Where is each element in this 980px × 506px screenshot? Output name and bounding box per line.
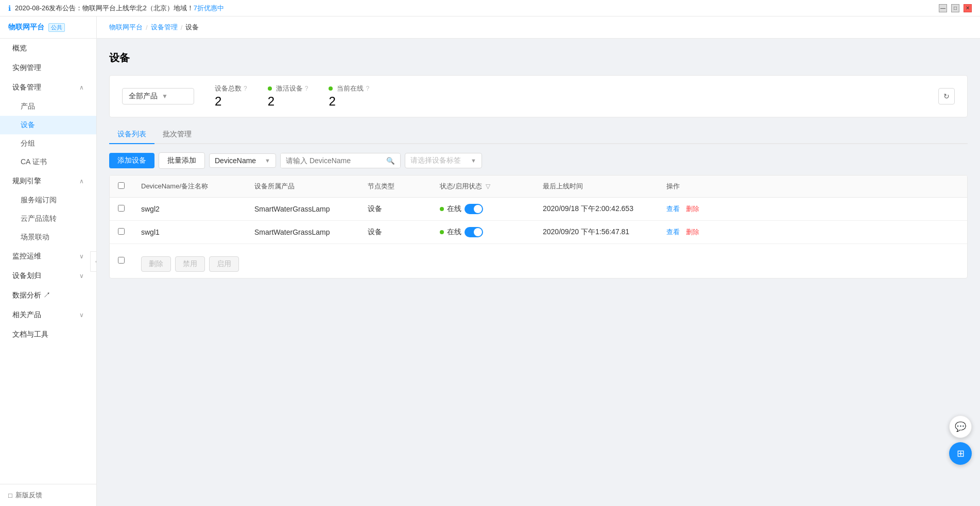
refresh-button[interactable]: ↻ [938,88,955,104]
search-input[interactable] [281,153,381,168]
breadcrumb-device-mgmt[interactable]: 设备管理 [151,23,178,32]
breadcrumb-sep-1: / [146,24,148,31]
sidebar-item-overview[interactable]: 概览 [0,39,96,58]
breadcrumb: 物联网平台 / 设备管理 / 设备 [97,16,980,39]
tab-device-list[interactable]: 设备列表 [109,126,154,144]
sidebar-item-rules[interactable]: 规则引擎 ∧ [0,171,96,191]
sidebar-item-monitor-label: 监控运维 [12,252,41,261]
announcement-text: 2020-08-26发布公告：物联网平台上线华北2（北京）地域！ [15,4,194,13]
tag-select-chevron-icon: ▼ [471,158,476,164]
tag-select-placeholder: 请选择设备标签 [410,156,461,165]
app-float-button[interactable]: ⊞ [949,442,972,465]
sidebar-item-docs[interactable]: 文档与工具 [0,325,96,344]
sidebar-item-rules-label: 规则引擎 [12,177,41,186]
sidebar-item-scene[interactable]: 场景联动 [0,228,96,247]
view-link-swgl2[interactable]: 查看 [666,205,680,213]
field-select[interactable]: DeviceName ▼ [209,153,276,168]
sidebar-item-device-mgmt[interactable]: 设备管理 ∧ [0,78,96,97]
feedback-icon: □ [8,492,12,499]
stat-total-value: 2 [215,94,247,109]
product-swgl2: SmartWaterGrassLamp [254,205,330,213]
col-header-device-name: DeviceName/备注名称 [141,182,208,190]
app-icon: ⊞ [957,448,965,459]
field-select-value: DeviceName [215,156,256,165]
sidebar-item-instance[interactable]: 实例管理 [0,58,96,78]
sidebar-item-related[interactable]: 相关产品 ∨ [0,305,96,325]
stats-row: 全部产品 ▼ 设备总数 ? 2 激活设备 ? [109,75,968,117]
feedback-label: 新版反馈 [15,491,42,500]
sidebar-item-scene-label: 场景联动 [21,233,49,241]
sidebar-item-device[interactable]: 设备 [0,116,96,134]
batch-add-button[interactable]: 批量添加 [159,152,205,169]
stat-online-label: 当前在线 [337,84,364,93]
close-button[interactable]: ✕ [964,4,972,12]
chat-float-button[interactable]: 💬 [949,415,972,438]
sidebar-item-data-analysis[interactable]: 数据分析 ↗ [0,286,96,305]
bottom-checkbox[interactable] [118,257,125,264]
info-icon: ℹ [8,4,11,12]
enable-batch-button: 启用 [209,256,239,272]
sidebar-item-product[interactable]: 产品 [0,97,96,116]
sidebar-item-cloud-flow-label: 云产品流转 [21,214,57,222]
tag-select[interactable]: 请选择设备标签 ▼ [405,153,482,168]
sidebar-item-data-analysis-label: 数据分析 ↗ [12,291,50,300]
sidebar-footer[interactable]: □ 新版反馈 [0,484,96,506]
sidebar-collapse-button[interactable]: ‹ [90,251,97,272]
tab-batch-mgmt[interactable]: 批次管理 [154,126,200,144]
sidebar-item-overview-label: 概览 [12,44,27,53]
stat-total-help-icon[interactable]: ? [244,85,247,92]
row-checkbox-swgl1[interactable] [118,228,125,235]
device-table: DeviceName/备注名称 设备所属产品 节点类型 状态/启用状态 ▽ [109,175,968,278]
stat-active-help-icon[interactable]: ? [305,85,308,92]
sidebar-item-group-label: 分组 [21,139,35,147]
page-title: 设备 [109,51,968,65]
announcement-link[interactable]: 7折优惠中 [194,4,224,13]
product-select-value: 全部产品 [129,92,158,101]
product-select[interactable]: 全部产品 ▼ [122,88,194,104]
stat-active-value: 2 [268,94,308,109]
status-swgl2: 在线 [440,204,526,214]
status-filter-icon[interactable]: ▽ [486,183,490,190]
last-online-swgl1: 2020/09/20 下午1:56:47.81 [543,228,629,236]
select-all-checkbox[interactable] [118,182,125,189]
col-header-time: 最后上线时间 [543,182,583,190]
sidebar-item-ca-cert[interactable]: CA 证书 [0,153,96,171]
search-button[interactable]: 🔍 [381,154,400,168]
sidebar-menu: 概览 实例管理 设备管理 ∧ 产品 设备 分组 CA 证书 规则引擎 [0,39,96,484]
window-controls: — □ ✕ [939,4,972,12]
chevron-up-icon: ∧ [79,84,84,91]
field-select-chevron-icon: ▼ [265,158,270,164]
chevron-down-icon-monitor: ∨ [79,253,84,260]
sidebar-item-service-sub-label: 服务端订阅 [21,196,57,204]
stat-online-help-icon[interactable]: ? [366,85,369,92]
sidebar-item-service-sub[interactable]: 服务端订阅 [0,191,96,210]
toggle-swgl2[interactable] [465,204,483,214]
sidebar-item-device-mgmt-label: 设备管理 [12,83,41,92]
sidebar-header: 物联网平台 公共 [0,16,96,39]
minimize-button[interactable]: — [939,4,947,12]
maximize-button[interactable]: □ [951,4,959,12]
view-link-swgl1[interactable]: 查看 [666,228,680,236]
disable-batch-button: 禁用 [175,256,205,272]
sidebar-item-monitor[interactable]: 监控运维 ∨ [0,247,96,266]
sidebar-logo: 物联网平台 [8,23,44,32]
delete-link-swgl2[interactable]: 删除 [686,205,699,213]
breadcrumb-current: 设备 [185,23,199,32]
status-dot-icon-swgl1 [440,230,444,234]
breadcrumb-sep-2: / [181,24,183,31]
table-header-row: DeviceName/备注名称 设备所属产品 节点类型 状态/启用状态 ▽ [110,176,967,198]
delete-link-swgl1[interactable]: 删除 [686,228,699,236]
breadcrumb-iot[interactable]: 物联网平台 [109,23,143,32]
sidebar-item-instance-label: 实例管理 [12,63,41,73]
toggle-swgl1[interactable] [465,227,483,237]
sidebar-item-group[interactable]: 分组 [0,134,96,153]
stat-online: 当前在线 ? 2 [329,84,369,109]
sidebar-item-cloud-flow[interactable]: 云产品流转 [0,210,96,228]
status-text-swgl1: 在线 [447,228,461,237]
search-wrap: 🔍 [280,153,401,168]
delete-batch-button: 删除 [141,256,171,272]
sidebar-item-classify[interactable]: 设备划归 ∨ [0,266,96,286]
row-checkbox-swgl2[interactable] [118,205,125,212]
add-device-button[interactable]: 添加设备 [109,153,154,168]
sidebar: 物联网平台 公共 概览 实例管理 设备管理 ∧ 产品 设备 分组 [0,16,97,506]
